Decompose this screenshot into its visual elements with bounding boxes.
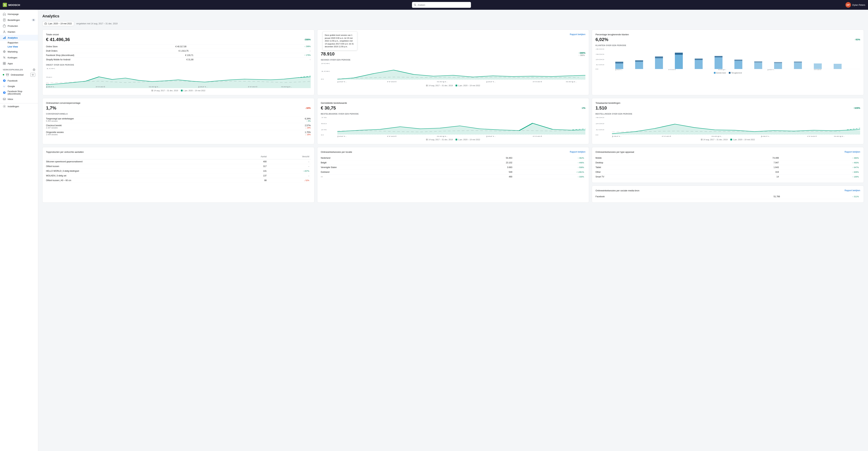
- avatar[interactable]: DP: [845, 2, 851, 8]
- customers-icon: [3, 30, 6, 33]
- card-title-bestellingen: Totaalaantal bestellingen: [595, 102, 860, 104]
- sidebar-item-homepage[interactable]: Homepage: [0, 11, 38, 17]
- username: Dylan Peters: [852, 4, 865, 6]
- card-value-conversie: 1,7%: [46, 105, 56, 111]
- sidebar-item-marketing[interactable]: Marketing: [0, 49, 38, 55]
- chart-bestelwaarde: 75 50 25 0 jan. mei sep. jan. mei: [321, 116, 586, 137]
- funnel-winkelwagen: Toegevoegd aan winkelwagen 5.354 sessies…: [46, 116, 311, 123]
- card-title-locatie: Onlinewinkelsessies per locatie: [321, 151, 352, 153]
- channel-label-facebook: Facebook: [8, 79, 18, 82]
- sidebar-item-apps[interactable]: Apps: [0, 60, 38, 66]
- locatie-report-link[interactable]: Rapport bekijken: [570, 151, 585, 153]
- app-logo: S MOOSCH: [3, 3, 37, 7]
- svg-rect-76: [675, 53, 683, 55]
- settings-label: Instellingen: [8, 105, 19, 108]
- svg-text:mei: mei: [669, 69, 676, 71]
- settings-icon: [3, 105, 6, 108]
- sidebar-label-marketing: Marketing: [8, 50, 18, 53]
- section-label-sessies: SESSIES OVER EEN PERIODE: [321, 59, 586, 61]
- sidebar-item-bestellingen[interactable]: Bestellingen 5: [0, 17, 38, 23]
- svg-rect-10: [5, 36, 5, 39]
- card-totaal-bestellingen: Totaalaantal bestellingen 1.510 ↑329% BE…: [592, 98, 864, 144]
- home-icon: [3, 12, 6, 16]
- svg-text:0: 0: [595, 68, 598, 70]
- sidebar-item-kortingen[interactable]: Kortingen: [0, 55, 38, 60]
- card-title-topproducten: Topproducten per verkochte aantallen: [46, 151, 311, 153]
- sidebar-sub-rapporten[interactable]: Rapporten: [0, 41, 38, 45]
- svg-point-12: [3, 57, 4, 57]
- search-box[interactable]: Zoeken: [412, 2, 471, 8]
- chart-terugkerende: 400 300 200 100 0: [595, 48, 860, 71]
- card-change-omzet: ↑308%: [304, 38, 311, 41]
- card-sessies-apparaat: Onlinewinkelsessies per type apparaat Ra…: [592, 147, 864, 183]
- sociaal-table: Facebook 51.766 ↑ 311%: [595, 194, 860, 199]
- apparaat-report-link[interactable]: Rapport bekijken: [844, 151, 860, 153]
- sidebar-item-klanten[interactable]: Klanten: [0, 29, 38, 35]
- analytics-icon: [3, 36, 6, 39]
- svg-point-29: [4, 106, 5, 107]
- date-bar: 1 jan. 2020 – 19 mei 2022 vergeleken met…: [42, 21, 864, 26]
- table-row: Other 319 ↑ 609%: [595, 170, 860, 174]
- sidebar-item-analytics[interactable]: Analytics: [0, 35, 38, 41]
- svg-text:200: 200: [595, 59, 604, 60]
- sidebar-channel-onlinewinkel[interactable]: Onlinewinkel: [0, 72, 38, 78]
- svg-rect-68: [754, 62, 762, 69]
- section-label-conversie: CONVERSIEFUNNELS: [46, 113, 311, 115]
- topnav: S MOOSCH Zoeken DP Dylan Peters: [0, 0, 868, 10]
- sidebar-channel-facebookshop[interactable]: Facebook Shop (discontinued): [0, 89, 38, 96]
- add-channel-icon[interactable]: [33, 68, 35, 71]
- sidebar-label-producten: Producten: [8, 25, 18, 27]
- svg-text:mei: mei: [532, 81, 542, 83]
- eye-button[interactable]: [30, 73, 35, 77]
- sidebar-sub-liveview[interactable]: Live View: [0, 45, 38, 49]
- sidebar-label-homepage: Homepage: [8, 13, 19, 16]
- svg-text:sep.: sep.: [437, 81, 448, 83]
- sidebar-label-bestellingen: Bestellingen: [8, 19, 20, 21]
- sociaal-report-link[interactable]: Rapport bekijken: [844, 189, 860, 192]
- shopify-icon: S: [3, 3, 7, 7]
- svg-text:mei: mei: [96, 86, 105, 88]
- svg-text:jan.: jan.: [337, 135, 347, 137]
- google-icon: G: [3, 85, 6, 88]
- date-range-button[interactable]: 1 jan. 2020 – 19 mei 2022: [42, 21, 74, 26]
- sessies-report-link[interactable]: Rapport bekijken: [570, 33, 585, 36]
- card-title-terugkerende: Percentage terugkerende klanten: [595, 33, 860, 36]
- svg-point-13: [4, 58, 5, 58]
- products-icon: [3, 24, 6, 27]
- card-terugkerende: Percentage terugkerende klanten 6,02% ↑9…: [592, 30, 864, 95]
- card-change-terugkerende: ↑93%: [855, 38, 860, 41]
- card-change-bestellingen: ↑329%: [853, 107, 860, 109]
- svg-text:0: 0: [321, 134, 324, 136]
- svg-text:300: 300: [595, 54, 604, 55]
- table-row: Olifant kussen | 40 – 60 cm 88 ↓ 52%: [46, 178, 311, 183]
- svg-text:mei: mei: [807, 135, 817, 137]
- card-title-omzet: Totale omzet: [46, 33, 311, 36]
- svg-rect-81: [774, 62, 782, 63]
- card-conversie: Onlinewinkel conversiepercentage 1,7% ↓1…: [42, 98, 314, 144]
- svg-text:400: 400: [595, 48, 604, 50]
- svg-text:mei: mei: [387, 81, 397, 83]
- sidebar-channel-facebook[interactable]: Facebook: [0, 78, 38, 83]
- chart-legend-sessies: 14 aug. 2017 – 31 dec. 2019 1 jan. 2020 …: [321, 84, 586, 87]
- sidebar-label-klanten: Klanten: [8, 31, 15, 33]
- svg-rect-18: [4, 64, 5, 65]
- user-initials: DP: [847, 4, 850, 6]
- sidebar-inbox[interactable]: Inbox: [0, 96, 38, 102]
- svg-rect-9: [4, 37, 5, 39]
- svg-point-23: [33, 75, 33, 75]
- svg-text:0: 0: [321, 78, 324, 80]
- svg-line-1: [415, 5, 416, 6]
- svg-rect-63: [655, 58, 663, 69]
- svg-text:jan.: jan.: [486, 135, 496, 137]
- svg-text:sep.: sep.: [566, 81, 577, 83]
- page-title: Analytics: [42, 14, 864, 19]
- svg-text:75: 75: [321, 117, 327, 118]
- sidebar-channel-google[interactable]: G Google: [0, 83, 38, 89]
- eye-icon: [32, 74, 34, 76]
- svg-text:jan.: jan.: [615, 69, 623, 71]
- sidebar-settings[interactable]: Instellingen: [0, 103, 38, 109]
- card-change-bestelwaarde: ↑2%: [581, 107, 585, 109]
- right-column: Onlinewinkelsessies per type apparaat Ra…: [592, 147, 864, 203]
- sidebar-item-producten[interactable]: Producten: [0, 23, 38, 29]
- table-row: Siliconen speenkoord gepersonaliseerd 40…: [46, 159, 311, 164]
